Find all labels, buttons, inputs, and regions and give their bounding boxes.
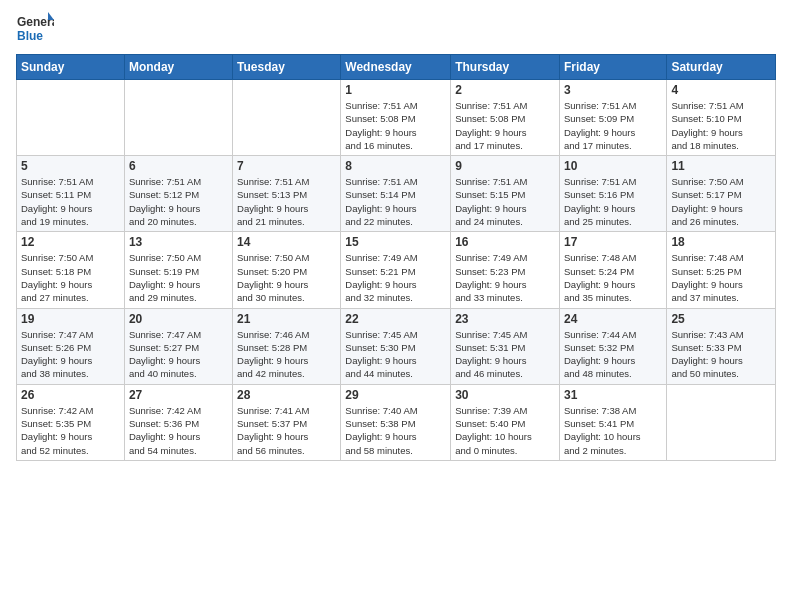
day-info: Sunrise: 7:51 AM Sunset: 5:13 PM Dayligh… xyxy=(237,175,336,228)
calendar-cell: 24Sunrise: 7:44 AM Sunset: 5:32 PM Dayli… xyxy=(559,308,666,384)
calendar-cell: 14Sunrise: 7:50 AM Sunset: 5:20 PM Dayli… xyxy=(233,232,341,308)
day-info: Sunrise: 7:40 AM Sunset: 5:38 PM Dayligh… xyxy=(345,404,446,457)
weekday-header-wednesday: Wednesday xyxy=(341,55,451,80)
day-info: Sunrise: 7:50 AM Sunset: 5:20 PM Dayligh… xyxy=(237,251,336,304)
day-number: 10 xyxy=(564,159,662,173)
day-number: 26 xyxy=(21,388,120,402)
day-number: 16 xyxy=(455,235,555,249)
day-info: Sunrise: 7:51 AM Sunset: 5:12 PM Dayligh… xyxy=(129,175,228,228)
day-info: Sunrise: 7:51 AM Sunset: 5:15 PM Dayligh… xyxy=(455,175,555,228)
day-info: Sunrise: 7:51 AM Sunset: 5:16 PM Dayligh… xyxy=(564,175,662,228)
day-number: 8 xyxy=(345,159,446,173)
calendar-cell: 19Sunrise: 7:47 AM Sunset: 5:26 PM Dayli… xyxy=(17,308,125,384)
calendar-cell xyxy=(667,384,776,460)
calendar-cell: 16Sunrise: 7:49 AM Sunset: 5:23 PM Dayli… xyxy=(451,232,560,308)
day-info: Sunrise: 7:42 AM Sunset: 5:36 PM Dayligh… xyxy=(129,404,228,457)
day-number: 19 xyxy=(21,312,120,326)
logo-svg: General Blue xyxy=(16,10,54,48)
calendar-cell: 17Sunrise: 7:48 AM Sunset: 5:24 PM Dayli… xyxy=(559,232,666,308)
day-number: 23 xyxy=(455,312,555,326)
calendar-cell: 1Sunrise: 7:51 AM Sunset: 5:08 PM Daylig… xyxy=(341,80,451,156)
day-number: 15 xyxy=(345,235,446,249)
calendar-cell: 30Sunrise: 7:39 AM Sunset: 5:40 PM Dayli… xyxy=(451,384,560,460)
logo: General Blue xyxy=(16,10,54,48)
day-number: 27 xyxy=(129,388,228,402)
day-info: Sunrise: 7:42 AM Sunset: 5:35 PM Dayligh… xyxy=(21,404,120,457)
day-info: Sunrise: 7:50 AM Sunset: 5:19 PM Dayligh… xyxy=(129,251,228,304)
calendar-cell: 6Sunrise: 7:51 AM Sunset: 5:12 PM Daylig… xyxy=(124,156,232,232)
calendar-cell: 21Sunrise: 7:46 AM Sunset: 5:28 PM Dayli… xyxy=(233,308,341,384)
week-row-5: 26Sunrise: 7:42 AM Sunset: 5:35 PM Dayli… xyxy=(17,384,776,460)
day-info: Sunrise: 7:45 AM Sunset: 5:30 PM Dayligh… xyxy=(345,328,446,381)
day-info: Sunrise: 7:47 AM Sunset: 5:27 PM Dayligh… xyxy=(129,328,228,381)
weekday-header-sunday: Sunday xyxy=(17,55,125,80)
calendar: SundayMondayTuesdayWednesdayThursdayFrid… xyxy=(16,54,776,461)
day-number: 1 xyxy=(345,83,446,97)
day-info: Sunrise: 7:51 AM Sunset: 5:09 PM Dayligh… xyxy=(564,99,662,152)
day-number: 14 xyxy=(237,235,336,249)
weekday-header-saturday: Saturday xyxy=(667,55,776,80)
day-number: 17 xyxy=(564,235,662,249)
day-number: 18 xyxy=(671,235,771,249)
calendar-cell xyxy=(233,80,341,156)
day-number: 22 xyxy=(345,312,446,326)
day-info: Sunrise: 7:51 AM Sunset: 5:10 PM Dayligh… xyxy=(671,99,771,152)
calendar-cell: 26Sunrise: 7:42 AM Sunset: 5:35 PM Dayli… xyxy=(17,384,125,460)
day-number: 2 xyxy=(455,83,555,97)
calendar-cell xyxy=(124,80,232,156)
day-info: Sunrise: 7:43 AM Sunset: 5:33 PM Dayligh… xyxy=(671,328,771,381)
day-number: 21 xyxy=(237,312,336,326)
day-number: 12 xyxy=(21,235,120,249)
calendar-cell: 7Sunrise: 7:51 AM Sunset: 5:13 PM Daylig… xyxy=(233,156,341,232)
day-info: Sunrise: 7:50 AM Sunset: 5:18 PM Dayligh… xyxy=(21,251,120,304)
calendar-cell: 11Sunrise: 7:50 AM Sunset: 5:17 PM Dayli… xyxy=(667,156,776,232)
calendar-cell: 23Sunrise: 7:45 AM Sunset: 5:31 PM Dayli… xyxy=(451,308,560,384)
day-info: Sunrise: 7:49 AM Sunset: 5:21 PM Dayligh… xyxy=(345,251,446,304)
day-info: Sunrise: 7:45 AM Sunset: 5:31 PM Dayligh… xyxy=(455,328,555,381)
day-number: 6 xyxy=(129,159,228,173)
day-info: Sunrise: 7:41 AM Sunset: 5:37 PM Dayligh… xyxy=(237,404,336,457)
day-number: 29 xyxy=(345,388,446,402)
day-info: Sunrise: 7:48 AM Sunset: 5:25 PM Dayligh… xyxy=(671,251,771,304)
calendar-cell: 10Sunrise: 7:51 AM Sunset: 5:16 PM Dayli… xyxy=(559,156,666,232)
calendar-cell: 20Sunrise: 7:47 AM Sunset: 5:27 PM Dayli… xyxy=(124,308,232,384)
calendar-cell: 27Sunrise: 7:42 AM Sunset: 5:36 PM Dayli… xyxy=(124,384,232,460)
calendar-cell: 12Sunrise: 7:50 AM Sunset: 5:18 PM Dayli… xyxy=(17,232,125,308)
day-number: 13 xyxy=(129,235,228,249)
day-number: 9 xyxy=(455,159,555,173)
calendar-cell: 8Sunrise: 7:51 AM Sunset: 5:14 PM Daylig… xyxy=(341,156,451,232)
day-number: 25 xyxy=(671,312,771,326)
day-info: Sunrise: 7:49 AM Sunset: 5:23 PM Dayligh… xyxy=(455,251,555,304)
calendar-cell: 25Sunrise: 7:43 AM Sunset: 5:33 PM Dayli… xyxy=(667,308,776,384)
day-number: 30 xyxy=(455,388,555,402)
calendar-cell: 15Sunrise: 7:49 AM Sunset: 5:21 PM Dayli… xyxy=(341,232,451,308)
weekday-header-thursday: Thursday xyxy=(451,55,560,80)
calendar-cell: 9Sunrise: 7:51 AM Sunset: 5:15 PM Daylig… xyxy=(451,156,560,232)
day-info: Sunrise: 7:46 AM Sunset: 5:28 PM Dayligh… xyxy=(237,328,336,381)
day-number: 4 xyxy=(671,83,771,97)
day-number: 31 xyxy=(564,388,662,402)
week-row-4: 19Sunrise: 7:47 AM Sunset: 5:26 PM Dayli… xyxy=(17,308,776,384)
svg-text:Blue: Blue xyxy=(17,29,43,43)
day-info: Sunrise: 7:44 AM Sunset: 5:32 PM Dayligh… xyxy=(564,328,662,381)
weekday-header-friday: Friday xyxy=(559,55,666,80)
calendar-cell: 29Sunrise: 7:40 AM Sunset: 5:38 PM Dayli… xyxy=(341,384,451,460)
day-number: 24 xyxy=(564,312,662,326)
calendar-cell: 28Sunrise: 7:41 AM Sunset: 5:37 PM Dayli… xyxy=(233,384,341,460)
day-info: Sunrise: 7:51 AM Sunset: 5:08 PM Dayligh… xyxy=(345,99,446,152)
calendar-cell: 22Sunrise: 7:45 AM Sunset: 5:30 PM Dayli… xyxy=(341,308,451,384)
calendar-cell: 5Sunrise: 7:51 AM Sunset: 5:11 PM Daylig… xyxy=(17,156,125,232)
day-info: Sunrise: 7:51 AM Sunset: 5:08 PM Dayligh… xyxy=(455,99,555,152)
week-row-3: 12Sunrise: 7:50 AM Sunset: 5:18 PM Dayli… xyxy=(17,232,776,308)
day-info: Sunrise: 7:38 AM Sunset: 5:41 PM Dayligh… xyxy=(564,404,662,457)
day-info: Sunrise: 7:39 AM Sunset: 5:40 PM Dayligh… xyxy=(455,404,555,457)
calendar-cell: 2Sunrise: 7:51 AM Sunset: 5:08 PM Daylig… xyxy=(451,80,560,156)
calendar-cell: 31Sunrise: 7:38 AM Sunset: 5:41 PM Dayli… xyxy=(559,384,666,460)
week-row-2: 5Sunrise: 7:51 AM Sunset: 5:11 PM Daylig… xyxy=(17,156,776,232)
calendar-cell: 18Sunrise: 7:48 AM Sunset: 5:25 PM Dayli… xyxy=(667,232,776,308)
day-info: Sunrise: 7:50 AM Sunset: 5:17 PM Dayligh… xyxy=(671,175,771,228)
weekday-header-monday: Monday xyxy=(124,55,232,80)
week-row-1: 1Sunrise: 7:51 AM Sunset: 5:08 PM Daylig… xyxy=(17,80,776,156)
day-info: Sunrise: 7:51 AM Sunset: 5:11 PM Dayligh… xyxy=(21,175,120,228)
day-number: 11 xyxy=(671,159,771,173)
